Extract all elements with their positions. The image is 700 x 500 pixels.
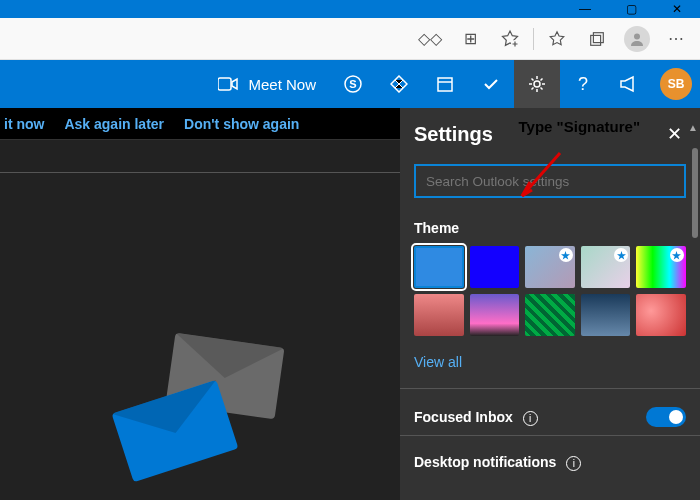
desktop-notifications-label: Desktop notifications i bbox=[414, 454, 581, 471]
announcements-icon[interactable] bbox=[606, 60, 652, 108]
todo-icon[interactable] bbox=[468, 60, 514, 108]
empty-state-illustration bbox=[0, 140, 400, 500]
premium-badge-icon: ★ bbox=[559, 248, 573, 262]
theme-section-label: Theme bbox=[414, 220, 686, 236]
collections-icon[interactable] bbox=[580, 22, 614, 56]
focused-inbox-label: Focused Inbox i bbox=[414, 409, 538, 426]
svg-point-3 bbox=[634, 33, 640, 39]
notice-ask-later-link[interactable]: Ask again later bbox=[64, 116, 164, 132]
envelope-icon-blue bbox=[112, 380, 239, 482]
svg-point-9 bbox=[534, 81, 540, 87]
premium-badge-icon: ★ bbox=[614, 248, 628, 262]
settings-gear-icon[interactable] bbox=[514, 60, 560, 108]
premium-icon[interactable] bbox=[376, 60, 422, 108]
settings-title: Settings bbox=[414, 123, 493, 146]
theme-swatch-3[interactable]: ★ bbox=[581, 246, 631, 288]
svg-text:S: S bbox=[349, 78, 356, 90]
annotation-text: Type "Signature" bbox=[519, 118, 640, 135]
favorites-icon[interactable] bbox=[540, 22, 574, 56]
settings-close-button[interactable]: ✕ bbox=[662, 122, 686, 146]
meet-now-button[interactable]: Meet Now bbox=[204, 76, 330, 93]
theme-swatch-4[interactable]: ★ bbox=[636, 246, 686, 288]
svg-rect-2 bbox=[593, 32, 603, 42]
add-favorite-icon[interactable] bbox=[493, 22, 527, 56]
scrollbar-thumb[interactable] bbox=[692, 148, 698, 238]
theme-swatch-7[interactable] bbox=[525, 294, 575, 336]
notification-bar: it now Ask again later Don't show again bbox=[0, 108, 400, 140]
mail-reading-pane: it now Ask again later Don't show again bbox=[0, 108, 400, 500]
window-titlebar: — ▢ ✕ bbox=[0, 0, 700, 18]
info-icon[interactable]: i bbox=[566, 456, 581, 471]
browser-menu-icon[interactable]: ⋯ bbox=[660, 22, 694, 56]
meet-now-label: Meet Now bbox=[248, 76, 316, 93]
theme-swatch-1[interactable] bbox=[470, 246, 520, 288]
theme-swatch-9[interactable] bbox=[636, 294, 686, 336]
svg-rect-7 bbox=[438, 78, 452, 91]
theme-swatch-6[interactable] bbox=[470, 294, 520, 336]
theme-swatch-0[interactable] bbox=[414, 246, 464, 288]
sync-icon[interactable]: ◇◇ bbox=[413, 22, 447, 56]
window-minimize-button[interactable]: — bbox=[562, 0, 608, 18]
theme-swatch-8[interactable] bbox=[581, 294, 631, 336]
scroll-up-arrow[interactable]: ▲ bbox=[688, 122, 698, 133]
theme-swatch-2[interactable]: ★ bbox=[525, 246, 575, 288]
video-icon bbox=[218, 77, 238, 91]
annotation-arrow bbox=[510, 148, 570, 208]
info-icon[interactable]: i bbox=[523, 411, 538, 426]
help-icon[interactable]: ? bbox=[560, 60, 606, 108]
view-all-themes-link[interactable]: View all bbox=[414, 354, 686, 370]
extensions-icon[interactable]: ⊞ bbox=[453, 22, 487, 56]
skype-icon[interactable]: S bbox=[330, 60, 376, 108]
window-maximize-button[interactable]: ▢ bbox=[608, 0, 654, 18]
calendar-icon[interactable] bbox=[422, 60, 468, 108]
svg-rect-1 bbox=[591, 35, 601, 45]
window-close-button[interactable]: ✕ bbox=[654, 0, 700, 18]
svg-rect-4 bbox=[218, 78, 231, 90]
focused-inbox-toggle[interactable] bbox=[646, 407, 686, 427]
premium-badge-icon: ★ bbox=[670, 248, 684, 262]
notice-dont-show-link[interactable]: Don't show again bbox=[184, 116, 299, 132]
notice-try-now-link[interactable]: it now bbox=[4, 116, 44, 132]
outlook-header: Meet Now S ? SB bbox=[0, 60, 700, 108]
theme-grid: ★★★ bbox=[414, 246, 686, 336]
browser-toolbar: ◇◇ ⊞ ⋯ bbox=[0, 18, 700, 60]
theme-swatch-5[interactable] bbox=[414, 294, 464, 336]
user-avatar[interactable]: SB bbox=[660, 68, 692, 100]
profile-avatar[interactable] bbox=[620, 22, 654, 56]
